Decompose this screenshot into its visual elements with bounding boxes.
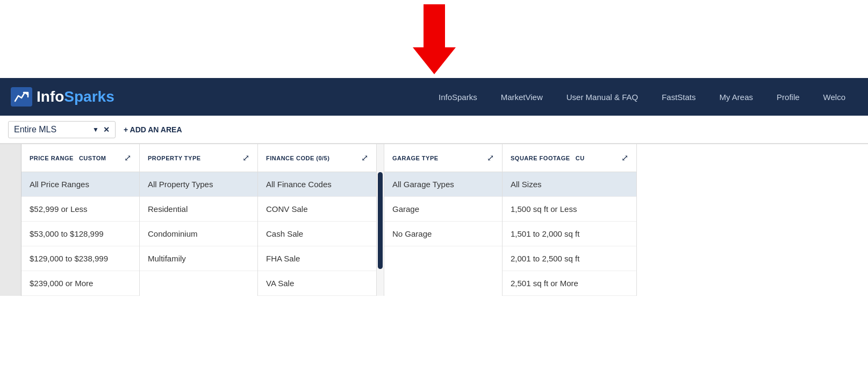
left-strip [0, 144, 21, 296]
price-range-2[interactable]: $53,000 to $128,999 [21, 222, 139, 246]
square-footage-custom: CU [576, 155, 585, 161]
finance-code-2[interactable]: Cash Sale [258, 222, 376, 246]
arrow-shaft [424, 4, 445, 47]
price-range-custom: CUSTOM [79, 155, 106, 161]
nav-item-user-manual[interactable]: User Manual & FAQ [555, 78, 650, 116]
dropdown-arrow-icon: ▼ [92, 126, 99, 133]
finance-code-scrollbar-thumb[interactable] [378, 172, 383, 269]
garage-type-column: GARAGE TYPE ⤢ All Garage Types Garage No… [384, 144, 503, 296]
logo-text: InfoSparks [37, 88, 114, 105]
garage-type-all[interactable]: All Garage Types [384, 172, 502, 197]
close-area-icon[interactable]: ✕ [103, 125, 110, 134]
nav-item-faststats[interactable]: FastStats [650, 78, 707, 116]
property-type-all[interactable]: All Property Types [140, 172, 257, 197]
finance-code-header: FINANCE CODE (0/5) ⤢ [258, 144, 376, 172]
price-range-header: PRICE RANGE CUSTOM ⤢ [21, 144, 139, 172]
nav-item-welcome[interactable]: Welco [812, 78, 857, 116]
nav-item-infosparks[interactable]: InfoSparks [427, 78, 489, 116]
area-selector[interactable]: Entire MLS ▼ ✕ [8, 121, 116, 138]
arrow-indicator [0, 0, 868, 78]
finance-code-label: FINANCE CODE (0/5) [266, 155, 329, 161]
property-type-3[interactable]: Multifamily [140, 246, 257, 271]
price-range-1[interactable]: $52,999 or Less [21, 197, 139, 222]
nav-item-profile[interactable]: Profile [765, 78, 812, 116]
property-type-sort-icon[interactable]: ⤢ [242, 153, 249, 163]
garage-type-sort-icon[interactable]: ⤢ [487, 153, 494, 163]
garage-type-label: GARAGE TYPE [392, 155, 439, 161]
filters-container: PRICE RANGE CUSTOM ⤢ All Price Ranges $5… [0, 144, 868, 296]
square-footage-header: SQUARE FOOTAGE CU ⤢ [503, 144, 636, 172]
finance-code-scrollbar[interactable] [376, 144, 384, 296]
navbar-nav: InfoSparks MarketView User Manual & FAQ … [427, 78, 857, 116]
square-footage-3[interactable]: 2,001 to 2,500 sq ft [503, 246, 636, 271]
finance-code-all[interactable]: All Finance Codes [258, 172, 376, 197]
logo-text-sparks: Sparks [64, 88, 114, 105]
finance-code-column: FINANCE CODE (0/5) ⤢ All Finance Codes C… [258, 144, 376, 296]
arrow-head [413, 47, 456, 74]
nav-item-my-areas[interactable]: My Areas [708, 78, 765, 116]
square-footage-sort-icon[interactable]: ⤢ [621, 153, 628, 163]
square-footage-all[interactable]: All Sizes [503, 172, 636, 197]
finance-code-4[interactable]: VA Sale [258, 271, 376, 296]
price-range-all[interactable]: All Price Ranges [21, 172, 139, 197]
area-name: Entire MLS [14, 125, 88, 134]
add-area-button[interactable]: + ADD AN AREA [124, 125, 182, 134]
property-type-column: PROPERTY TYPE ⤢ All Property Types Resid… [140, 144, 258, 296]
finance-code-wrapper: FINANCE CODE (0/5) ⤢ All Finance Codes C… [258, 144, 384, 296]
price-range-3[interactable]: $129,000 to $238,999 [21, 246, 139, 271]
garage-type-2[interactable]: No Garage [384, 222, 502, 246]
property-type-1[interactable]: Residential [140, 197, 257, 222]
property-type-2[interactable]: Condominium [140, 222, 257, 246]
property-type-header: PROPERTY TYPE ⤢ [140, 144, 257, 172]
nav-item-marketview[interactable]: MarketView [489, 78, 555, 116]
logo-text-info: Info [37, 88, 64, 105]
garage-type-header: GARAGE TYPE ⤢ [384, 144, 502, 172]
finance-code-3[interactable]: FHA Sale [258, 246, 376, 271]
garage-type-1[interactable]: Garage [384, 197, 502, 222]
finance-code-sort-icon[interactable]: ⤢ [361, 153, 368, 163]
property-type-label: PROPERTY TYPE [148, 155, 201, 161]
square-footage-1[interactable]: 1,500 sq ft or Less [503, 197, 636, 222]
finance-code-1[interactable]: CONV Sale [258, 197, 376, 222]
price-range-column: PRICE RANGE CUSTOM ⤢ All Price Ranges $5… [21, 144, 140, 296]
square-footage-4[interactable]: 2,501 sq ft or More [503, 271, 636, 296]
square-footage-2[interactable]: 1,501 to 2,000 sq ft [503, 222, 636, 246]
price-range-4[interactable]: $239,000 or More [21, 271, 139, 296]
square-footage-column: SQUARE FOOTAGE CU ⤢ All Sizes 1,500 sq f… [503, 144, 637, 296]
red-arrow [413, 4, 456, 74]
navbar: InfoSparks InfoSparks MarketView User Ma… [0, 78, 868, 116]
logo[interactable]: InfoSparks [11, 87, 114, 107]
area-row: Entire MLS ▼ ✕ + ADD AN AREA [0, 116, 868, 144]
logo-icon [11, 87, 32, 107]
price-range-sort-icon[interactable]: ⤢ [124, 153, 131, 163]
logo-svg [14, 89, 29, 104]
price-range-label: PRICE RANGE [30, 155, 74, 161]
square-footage-label: SQUARE FOOTAGE [511, 155, 570, 161]
